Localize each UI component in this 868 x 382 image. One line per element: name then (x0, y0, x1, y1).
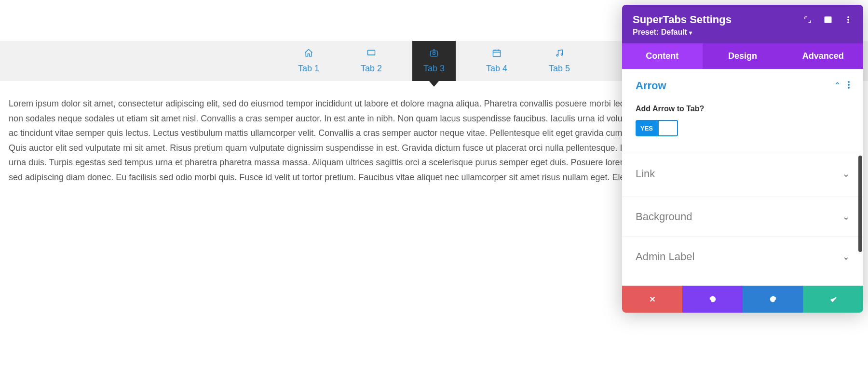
undo-button[interactable] (682, 286, 743, 313)
tab-content[interactable]: Content (622, 43, 703, 69)
tab-label: Tab 1 (298, 64, 319, 74)
tab-design[interactable]: Design (703, 43, 783, 69)
toggle-label: YES (636, 125, 658, 132)
preview-tab-1[interactable]: Tab 1 (287, 41, 330, 81)
chevron-down-icon: ⌄ (842, 169, 850, 179)
section-admin-header[interactable]: Admin Label ⌄ (636, 250, 850, 263)
settings-panel: SuperTabs Settings Preset: Default▾ Cont… (622, 5, 863, 313)
section-more-icon[interactable] (848, 81, 850, 91)
section-arrow-title: Arrow (636, 79, 666, 92)
cancel-button[interactable] (622, 286, 682, 313)
panel-footer (622, 286, 863, 313)
preview-tab-4[interactable]: Tab 4 (475, 41, 518, 81)
svg-point-17 (848, 87, 850, 89)
redo-button[interactable] (743, 286, 803, 313)
section-admin-title: Admin Label (636, 250, 694, 263)
preview-tab-5[interactable]: Tab 5 (538, 41, 581, 81)
tab-label: Tab 5 (549, 64, 570, 74)
section-admin-label: Admin Label ⌄ (622, 237, 863, 277)
tab-label: Tab 4 (486, 64, 507, 74)
add-arrow-toggle[interactable]: YES (636, 120, 678, 136)
svg-point-15 (848, 81, 850, 83)
chevron-down-icon: ⌄ (842, 251, 850, 262)
svg-point-9 (561, 54, 562, 55)
toggle-knob (658, 120, 678, 136)
tab-advanced[interactable]: Advanced (783, 43, 863, 69)
arrow-field-label: Add Arrow to Tab? (636, 105, 850, 113)
more-icon[interactable] (844, 15, 853, 26)
svg-point-3 (433, 52, 435, 54)
save-button[interactable] (803, 286, 863, 313)
scrollbar-thumb[interactable] (858, 156, 862, 252)
preview-tab-3[interactable]: Tab 3 (412, 41, 456, 81)
svg-rect-2 (431, 51, 438, 56)
panel-tabs: Content Design Advanced (622, 43, 863, 69)
section-arrow-header[interactable]: Arrow ⌃ (636, 79, 850, 92)
expand-icon[interactable] (803, 15, 812, 26)
section-background: Background ⌄ (622, 197, 863, 237)
section-arrow: Arrow ⌃ Add Arrow to Tab? YES (622, 69, 863, 151)
preview-tab-2[interactable]: Tab 2 (350, 41, 393, 81)
chevron-up-icon: ⌃ (834, 80, 841, 91)
svg-point-16 (848, 84, 850, 86)
chevron-down-icon: ▾ (689, 29, 692, 36)
section-background-header[interactable]: Background ⌄ (636, 211, 850, 223)
preset-dropdown[interactable]: Preset: Default▾ (633, 28, 732, 37)
panel-title: SuperTabs Settings (633, 13, 732, 26)
svg-rect-4 (493, 50, 501, 56)
chevron-down-icon: ⌄ (842, 211, 850, 222)
panel-layout-icon[interactable] (824, 15, 832, 26)
svg-point-12 (848, 16, 849, 18)
section-link: Link ⌄ (622, 151, 863, 197)
svg-point-14 (848, 22, 849, 23)
panel-header: SuperTabs Settings Preset: Default▾ (622, 5, 863, 43)
section-background-title: Background (636, 211, 692, 223)
tab-label: Tab 3 (423, 64, 445, 74)
section-link-header[interactable]: Link ⌄ (636, 168, 850, 180)
svg-point-13 (848, 19, 849, 21)
svg-point-8 (556, 54, 558, 56)
section-link-title: Link (636, 168, 655, 180)
svg-rect-0 (368, 50, 375, 55)
tab-label: Tab 2 (361, 64, 382, 74)
panel-body: Arrow ⌃ Add Arrow to Tab? YES Link ⌄ (622, 69, 863, 286)
svg-rect-10 (825, 17, 831, 23)
